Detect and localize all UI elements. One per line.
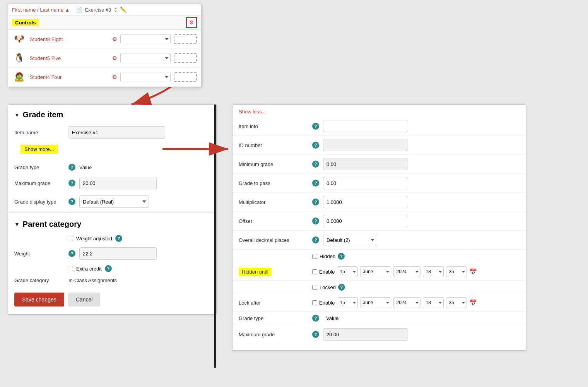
right-max-grade-row: Maximum grade ? — [232, 325, 526, 344]
right-max-grade-input[interactable] — [323, 328, 408, 341]
column-name[interactable]: First name / Last name ▲ — [12, 7, 70, 13]
extra-credit-checkbox[interactable] — [68, 266, 73, 271]
multiplicator-input[interactable] — [323, 196, 408, 208]
hour-select[interactable]: 13 — [423, 266, 444, 277]
parent-category-title: Parent category — [23, 220, 81, 229]
multiplicator-help[interactable]: ? — [312, 199, 319, 205]
student-row-1: 🐶 Student8 Eight ⚙ — [8, 30, 201, 49]
lock-day-select[interactable]: 15 — [337, 297, 358, 308]
enable-group: Enable — [312, 269, 335, 275]
student-gear-1[interactable]: ⚙ — [112, 36, 117, 42]
overall-decimal-help[interactable]: ? — [312, 236, 319, 243]
right-max-grade-help[interactable]: ? — [312, 331, 319, 338]
max-grade-help[interactable]: ? — [68, 180, 75, 187]
cancel-button[interactable]: Cancel — [68, 293, 101, 307]
enable-checkbox[interactable] — [312, 269, 317, 274]
min-grade-row: Minimum grade ? — [232, 155, 526, 174]
grade-item-title: Grade item — [23, 110, 63, 119]
lock-year-select[interactable]: 2024 — [393, 297, 420, 308]
show-less-link[interactable]: Show less... — [232, 105, 526, 117]
grade-to-pass-input[interactable] — [323, 177, 408, 189]
grade-to-pass-help[interactable]: ? — [312, 180, 319, 187]
item-name-label: Item name — [14, 130, 65, 135]
right-grade-type-row: Grade type ? Value — [232, 312, 526, 325]
lock-month-select[interactable]: June — [360, 297, 391, 308]
id-number-input[interactable] — [323, 139, 408, 151]
edit-icon[interactable]: ✏️ — [120, 7, 126, 13]
student-name-3[interactable]: Student4 Four — [30, 74, 76, 80]
item-info-row: Item info ? — [232, 117, 526, 136]
lock-min-select[interactable]: 35 — [446, 297, 467, 308]
min-grade-help[interactable]: ? — [312, 161, 319, 168]
bottom-buttons: Save changes Cancel — [8, 286, 216, 314]
weight-adjusted-help[interactable]: ? — [115, 235, 122, 242]
calendar-icon[interactable]: 📅 — [469, 268, 477, 276]
chevron-icon[interactable]: ▼ — [14, 112, 20, 118]
offset-help[interactable]: ? — [312, 217, 319, 224]
hidden-until-date-group: Enable 15 June 2024 13 35 📅 — [312, 266, 477, 277]
item-info-input[interactable] — [323, 120, 408, 132]
student-controls-3: ⚙ — [80, 72, 197, 82]
grade-category-row: Grade category In-Class Assignments — [8, 274, 216, 286]
student-gear-2[interactable]: ⚙ — [112, 55, 117, 61]
right-max-grade-label: Maximum grade — [239, 332, 308, 337]
hidden-label: Hidden — [320, 253, 335, 259]
right-grade-type-help[interactable]: ? — [312, 315, 319, 322]
controls-row: Controls ⚙ — [8, 15, 201, 30]
lock-hour-select[interactable]: 13 — [423, 297, 444, 308]
locked-checkbox[interactable] — [312, 285, 317, 290]
divider-1 — [8, 212, 216, 213]
year-select[interactable]: 2024 — [393, 266, 420, 277]
locked-help[interactable]: ? — [338, 284, 345, 291]
hidden-checkbox[interactable] — [312, 254, 317, 259]
extra-credit-help[interactable]: ? — [105, 265, 112, 272]
lock-enable-checkbox[interactable] — [312, 300, 317, 305]
locked-row: Locked ? — [232, 281, 526, 294]
month-select[interactable]: June — [360, 266, 391, 277]
student-gear-3[interactable]: ⚙ — [112, 74, 117, 80]
day-select[interactable]: 15 — [337, 266, 358, 277]
grade-select-3[interactable] — [120, 72, 171, 82]
grade-type-help[interactable]: ? — [68, 164, 75, 171]
hidden-until-label: Hidden until — [239, 268, 308, 276]
grade-select-1[interactable] — [120, 34, 171, 44]
weight-help[interactable]: ? — [68, 250, 75, 257]
item-info-label: Item info — [239, 123, 308, 129]
lock-after-row: Lock after Enable 15 June 2024 13 35 📅 — [232, 294, 526, 312]
enable-label: Enable — [319, 269, 335, 275]
parent-chevron-icon[interactable]: ▼ — [14, 221, 20, 228]
weight-input[interactable] — [79, 247, 157, 260]
grade-select-2[interactable] — [120, 53, 171, 63]
offset-input[interactable] — [323, 215, 408, 227]
min-select[interactable]: 35 — [446, 266, 467, 277]
grade-category-label: Grade category — [14, 277, 65, 283]
grade-type-label: Grade type — [14, 164, 65, 170]
lock-calendar-icon[interactable]: 📅 — [469, 299, 477, 307]
multiplicator-label: Multiplicator — [239, 199, 308, 205]
weight-adjusted-row: Weight adjusted ? — [8, 233, 216, 244]
min-grade-input[interactable] — [323, 158, 408, 170]
max-grade-input[interactable] — [79, 177, 157, 189]
sort-icon[interactable]: ⇕ — [113, 7, 118, 13]
id-number-help[interactable]: ? — [312, 142, 319, 149]
save-button[interactable]: Save changes — [14, 293, 64, 307]
controls-badge: Controls — [12, 19, 39, 26]
item-info-help[interactable]: ? — [312, 123, 319, 130]
lock-after-date-group: Enable 15 June 2024 13 35 📅 — [312, 297, 477, 308]
weight-adjusted-checkbox[interactable] — [68, 236, 73, 241]
grade-item-header: ▼ Grade item — [8, 105, 216, 123]
student-name-1[interactable]: Student8 Eight — [30, 36, 76, 42]
item-name-input[interactable] — [68, 126, 165, 139]
grade-category-value: In-Class Assignments — [68, 277, 117, 283]
grade-display-select[interactable]: Default (Real) — [79, 195, 149, 208]
exercise-info: 📄 Exercise #3 ⇕ ✏️ — [76, 7, 126, 13]
hidden-help[interactable]: ? — [338, 253, 345, 260]
overall-decimal-select[interactable]: Default (2) — [323, 234, 377, 246]
offset-label: Offset — [239, 218, 308, 224]
show-more-button[interactable]: Show more... — [21, 145, 58, 154]
student-controls-2: ⚙ — [80, 53, 197, 63]
controls-gear-button[interactable]: ⚙ — [186, 17, 197, 28]
grade-display-help[interactable]: ? — [68, 198, 75, 205]
student-name-2[interactable]: Student5 Five — [30, 55, 76, 61]
right-grade-type-value: Value — [326, 315, 338, 321]
